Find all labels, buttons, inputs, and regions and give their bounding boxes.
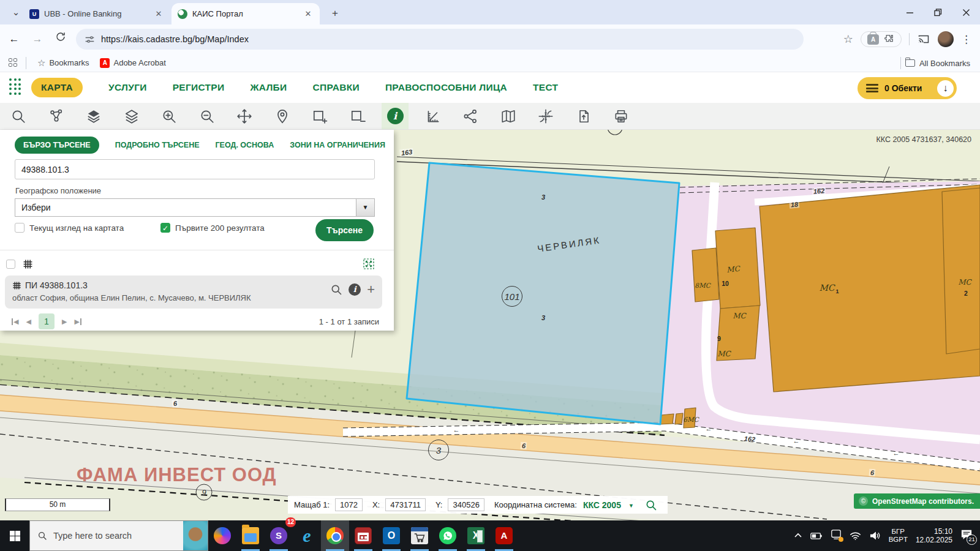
nav-pravosposobni-litsa[interactable]: ПРАВОСПОСОБНИ ЛИЦА xyxy=(385,82,507,93)
tool-export-button[interactable] xyxy=(570,103,597,129)
nav-test[interactable]: ТЕСТ xyxy=(533,82,558,93)
taskbar-outlook[interactable]: O xyxy=(377,520,405,551)
forward-button[interactable]: → xyxy=(28,30,47,48)
tool-layers-button[interactable] xyxy=(80,103,107,129)
tool-map-sheets-button[interactable] xyxy=(495,103,522,129)
tool-measure-button[interactable] xyxy=(420,103,447,129)
bookmark-star-icon[interactable]: ☆ xyxy=(843,32,853,46)
tab-detailed-search[interactable]: ПОДРОБНО ТЪРСЕНЕ xyxy=(115,141,200,149)
tab-geodetic-basis[interactable]: ГЕОД. ОСНОВА xyxy=(216,141,274,149)
page-current[interactable]: 1 xyxy=(39,313,55,329)
result-info-icon[interactable]: i xyxy=(349,283,361,296)
current-view-checkbox[interactable] xyxy=(15,223,24,233)
scale-value[interactable]: 1072 xyxy=(335,498,363,511)
tool-locate-button[interactable] xyxy=(269,103,296,129)
page-prev-button[interactable]: ◀ xyxy=(26,318,31,326)
extensions-puzzle-icon[interactable] xyxy=(884,34,895,45)
taskbar-excel[interactable]: X xyxy=(462,520,490,551)
tab-kais[interactable]: КАИС Портал ✕ xyxy=(172,3,320,24)
osm-text[interactable]: OpenStreetMap contributors. xyxy=(872,497,974,506)
speaker-icon[interactable] xyxy=(869,531,881,541)
nav-registri[interactable]: РЕГИСТРИ xyxy=(173,82,225,93)
nav-uslugi[interactable]: УСЛУГИ xyxy=(108,82,147,93)
profile-avatar[interactable] xyxy=(938,31,954,47)
nav-spravki[interactable]: СПРАВКИ xyxy=(313,82,360,93)
tray-chevron-icon[interactable] xyxy=(794,531,802,540)
taskbar-copilot[interactable] xyxy=(208,520,236,551)
tab-quick-search[interactable]: БЪРЗО ТЪРСЕНЕ xyxy=(15,137,99,154)
app-launcher-icon[interactable] xyxy=(9,78,25,97)
url-text[interactable]: https://kais.cadastre.bg/bg/Map/Index xyxy=(101,34,249,44)
nav-karta[interactable]: КАРТА xyxy=(31,78,83,97)
tool-zoom-out-button[interactable] xyxy=(194,103,221,129)
teams-tray-icon[interactable] xyxy=(831,529,842,542)
taskbar-whatsapp[interactable] xyxy=(434,520,462,551)
crs-dropdown-icon[interactable]: ▼ xyxy=(628,503,634,509)
search-daily-image[interactable] xyxy=(183,521,208,550)
window-close-button[interactable] xyxy=(952,0,980,24)
tool-pan-button[interactable] xyxy=(231,103,258,129)
objects-counter-button[interactable]: 0 Обекти ↓ xyxy=(858,77,957,99)
all-bookmarks[interactable]: All Bookmarks xyxy=(900,54,970,72)
page-next-button[interactable]: ▶ xyxy=(62,318,67,326)
notification-center-button[interactable]: 21 xyxy=(960,529,973,542)
taskbar-calendar[interactable] xyxy=(349,520,377,551)
tool-remove-extent-button[interactable] xyxy=(344,103,371,129)
language-indicator[interactable]: БГРBGPT xyxy=(889,528,908,544)
taskbar-store-app[interactable] xyxy=(405,520,434,551)
taskbar-file-explorer[interactable] xyxy=(236,520,265,551)
taskbar-chrome[interactable] xyxy=(321,520,349,551)
tab-restriction-zones[interactable]: ЗОНИ НА ОГРАНИЧЕНИЯ xyxy=(290,141,385,149)
back-button[interactable]: ← xyxy=(5,30,23,48)
taskbar-acrobat[interactable]: A xyxy=(490,520,518,551)
tool-add-extent-button[interactable] xyxy=(306,103,333,129)
taskbar-skype[interactable]: S12 xyxy=(265,520,293,551)
select-all-checkbox[interactable] xyxy=(6,260,15,269)
window-minimize-button[interactable] xyxy=(895,0,924,24)
y-value[interactable]: 340526 xyxy=(448,498,484,511)
tool-coordinates-button[interactable] xyxy=(532,103,559,129)
result-add-icon[interactable]: + xyxy=(367,283,375,296)
tab-search-chevron-icon[interactable]: ⌄ xyxy=(9,6,23,20)
first200-checkbox[interactable]: ✓ xyxy=(160,223,170,233)
apps-grid-icon[interactable] xyxy=(9,58,18,68)
start-button[interactable] xyxy=(0,520,29,551)
cast-icon[interactable] xyxy=(917,33,930,45)
coordinates-search-icon[interactable] xyxy=(645,499,657,511)
bookmark-adobe[interactable]: A Adobe Acrobat xyxy=(100,58,165,68)
tool-search-button[interactable] xyxy=(5,103,32,129)
download-arrow-icon[interactable]: ↓ xyxy=(937,80,954,97)
osm-attribution[interactable]: © OpenStreetMap contributors. xyxy=(854,493,980,509)
search-button[interactable]: Търсене xyxy=(315,219,374,241)
new-tab-button[interactable]: + xyxy=(327,6,343,22)
tool-basemaps-button[interactable] xyxy=(118,103,145,129)
select-dropdown-icon[interactable]: ▼ xyxy=(356,199,374,216)
tool-print-button[interactable] xyxy=(608,103,635,129)
tool-identify-button[interactable]: i xyxy=(382,103,409,129)
reload-button[interactable] xyxy=(51,30,70,48)
result-item[interactable]: ПИ 49388.101.3 област София, община Елин… xyxy=(5,276,382,309)
tab-ubb[interactable]: U UBB - Online Banking ✕ xyxy=(23,3,170,24)
taskbar-search[interactable]: Type here to search xyxy=(29,520,208,551)
result-zoom-icon[interactable] xyxy=(330,283,342,296)
site-info-icon[interactable] xyxy=(85,34,95,45)
geo-location-select[interactable]: Избери ▼ xyxy=(15,198,375,217)
tool-select-features-button[interactable] xyxy=(43,103,70,129)
page-first-button[interactable]: ◀ xyxy=(11,318,18,326)
adguard-extension-icon[interactable]: A xyxy=(867,34,879,45)
extensions-pill[interactable]: A xyxy=(861,31,902,47)
tool-zoom-in-button[interactable] xyxy=(156,103,183,129)
bookmark-bookmarks[interactable]: ☆ Bookmarks xyxy=(37,58,89,69)
url-bar[interactable]: https://kais.cadastre.bg/bg/Map/Index xyxy=(76,29,804,50)
tab-close-icon[interactable]: ✕ xyxy=(303,9,314,20)
window-restore-button[interactable] xyxy=(924,0,952,24)
x-value[interactable]: 4731711 xyxy=(385,498,426,511)
wifi-icon[interactable] xyxy=(850,531,861,541)
search-input[interactable] xyxy=(15,159,375,179)
zoom-to-results-icon[interactable] xyxy=(363,258,375,270)
tab-close-icon[interactable]: ✕ xyxy=(153,9,164,20)
taskbar-internet-explorer[interactable]: e xyxy=(293,520,321,551)
crs-value[interactable]: ККС 2005 xyxy=(583,500,621,510)
clock[interactable]: 15:1012.02.2025 xyxy=(916,527,952,544)
nav-zhalbi[interactable]: ЖАЛБИ xyxy=(250,82,287,93)
